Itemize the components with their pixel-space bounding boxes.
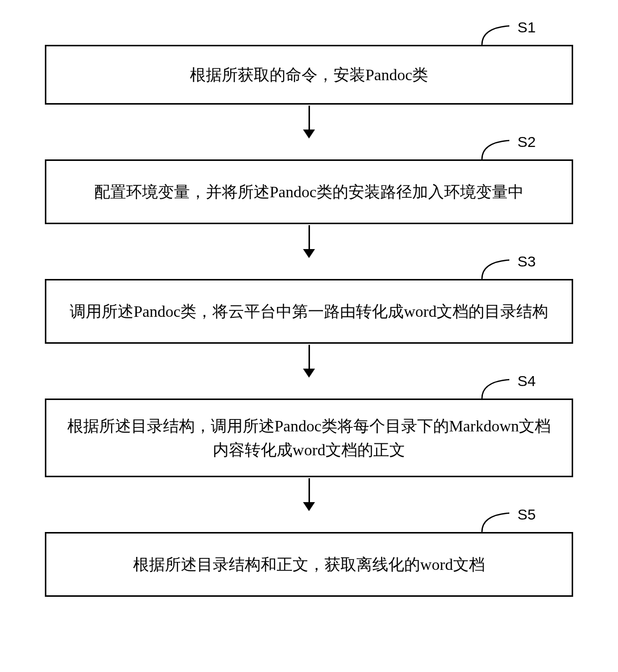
step-text-3: 调用所述Pandoc类，将云平台中第一路由转化成word文档的目录结构 (70, 299, 548, 323)
arrow-line-2 (309, 225, 310, 250)
step-container-1: S1 根据所获取的命令，安装Pandoc类 (30, 45, 588, 105)
arrow-head-4 (303, 502, 315, 511)
connector-curve-1 (479, 23, 514, 45)
step-text-2: 配置环境变量，并将所述Pandoc类的安装路径加入环境变量中 (94, 180, 524, 204)
step-label-4: S4 (517, 373, 536, 390)
arrow-3 (303, 344, 315, 379)
step-container-4: S4 根据所述目录结构，调用所述Pandoc类将每个目录下的Markdown文档… (30, 399, 588, 477)
step-text-5: 根据所述目录结构和正文，获取离线化的word文档 (133, 552, 485, 576)
step-label-1: S1 (517, 19, 536, 36)
step-container-5: S5 根据所述目录结构和正文，获取离线化的word文档 (30, 532, 588, 597)
label-wrapper-3: S3 (479, 257, 536, 279)
step-label-5: S5 (517, 506, 536, 523)
label-wrapper-5: S5 (479, 510, 536, 532)
arrow-line-3 (309, 345, 310, 370)
step-label-3: S3 (517, 253, 536, 270)
label-wrapper-2: S2 (479, 137, 536, 159)
step-label-2: S2 (517, 134, 536, 150)
label-wrapper-1: S1 (479, 23, 536, 45)
step-container-2: S2 配置环境变量，并将所述Pandoc类的安装路径加入环境变量中 (30, 159, 588, 224)
arrow-line-4 (309, 478, 310, 503)
label-wrapper-4: S4 (479, 377, 536, 399)
arrow-head-1 (303, 130, 315, 138)
connector-curve-2 (479, 137, 514, 159)
arrow-4 (303, 477, 315, 512)
step-text-1: 根据所获取的命令，安装Pandoc类 (190, 63, 428, 87)
arrow-line-1 (309, 106, 310, 131)
connector-curve-5 (479, 510, 514, 532)
step-box-1: 根据所获取的命令，安装Pandoc类 (45, 45, 573, 105)
connector-curve-3 (479, 257, 514, 279)
flowchart-container: S1 根据所获取的命令，安装Pandoc类 S2 配置环境变量，并将所述Pand… (30, 20, 588, 597)
step-box-3: 调用所述Pandoc类，将云平台中第一路由转化成word文档的目录结构 (45, 279, 573, 344)
arrow-head-2 (303, 249, 315, 258)
arrow-2 (303, 224, 315, 259)
step-box-2: 配置环境变量，并将所述Pandoc类的安装路径加入环境变量中 (45, 159, 573, 224)
arrow-1 (303, 105, 315, 139)
step-container-3: S3 调用所述Pandoc类，将云平台中第一路由转化成word文档的目录结构 (30, 279, 588, 344)
step-box-4: 根据所述目录结构，调用所述Pandoc类将每个目录下的Markdown文档内容转… (45, 399, 573, 477)
arrow-head-3 (303, 369, 315, 378)
connector-curve-4 (479, 377, 514, 399)
step-text-4: 根据所述目录结构，调用所述Pandoc类将每个目录下的Markdown文档内容转… (61, 414, 557, 462)
step-box-5: 根据所述目录结构和正文，获取离线化的word文档 (45, 532, 573, 597)
